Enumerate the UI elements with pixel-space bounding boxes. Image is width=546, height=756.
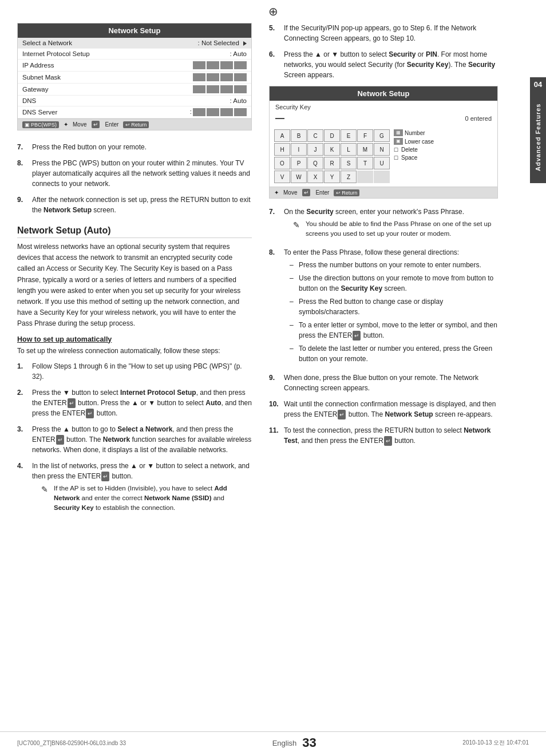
kb-key-D[interactable]: D: [324, 129, 340, 142]
english-label: English: [272, 739, 297, 747]
right-step-8-text: To enter the Pass Phrase, follow these g…: [284, 248, 459, 256]
kb-key-B[interactable]: B: [291, 129, 307, 142]
kb-key-Z[interactable]: Z: [341, 171, 357, 183]
right-step-6: 6. Press the ▲ or ▼ button to select Sec…: [269, 49, 498, 80]
kb-key-H[interactable]: H: [274, 143, 290, 156]
right-step-7-num: 7.: [269, 207, 279, 242]
kb-key-C[interactable]: C: [307, 129, 323, 142]
kb-key-O[interactable]: O: [274, 157, 290, 169]
right-step-7: 7. On the Security screen, enter your ne…: [269, 207, 498, 242]
lowercase-label: Lower case: [405, 138, 434, 145]
kb-key-U[interactable]: U: [374, 157, 390, 169]
kb-key-E[interactable]: E: [341, 129, 357, 142]
kb-key-V[interactable]: V: [274, 171, 290, 183]
right-column: 5. If the Security/PIN pop-up appears, g…: [269, 23, 515, 521]
auto-step-4-note: ✎ If the AP is set to Hidden (Invisible)…: [41, 484, 252, 513]
kb-rows-wrapper: A B C D E F G H I J: [274, 129, 390, 184]
kb-row-4: V W X Y Z: [274, 171, 390, 183]
page-number-area: English 33: [272, 735, 316, 750]
right-step-8-sub-list: Press the number buttons on your remote …: [290, 260, 498, 364]
sub-item-4: To a enter letter or symbol, move to the…: [290, 320, 498, 341]
auto-step-1-content: Follow Steps 1 through 6 in the "How to …: [32, 361, 252, 382]
subsection-body-auto: To set up the wireless connection automa…: [17, 346, 252, 357]
network-row-select-network[interactable]: Select a Network : Not Selected: [18, 38, 251, 49]
network-row-ip-protocol[interactable]: Internet Protocol Setup : Auto: [18, 49, 251, 60]
sub-item-3: Press the Red button to change case or d…: [290, 296, 498, 317]
kb-key-K[interactable]: K: [324, 143, 340, 156]
right-step-6-content: Press the ▲ or ▼ button to select Securi…: [284, 49, 498, 80]
network-row-ip-protocol-value: : Auto: [230, 50, 247, 57]
auto-step-3: 3. Press the ▲ button to go to Select a …: [17, 424, 252, 455]
network-setup-title-1: Network Setup: [18, 23, 251, 38]
kb-option-number[interactable]: ▦ Number: [394, 129, 434, 136]
page-number: 33: [302, 735, 316, 750]
kb-key-W[interactable]: W: [291, 171, 307, 183]
kb-option-delete[interactable]: ☐ Delete: [394, 147, 434, 153]
kb-key-M[interactable]: M: [357, 143, 373, 156]
network-row-subnet-label: Subnet Mask: [22, 74, 61, 81]
kb-key-G[interactable]: G: [374, 129, 390, 142]
auto-step-1-num: 1.: [17, 361, 27, 382]
security-enter-icon: ↵: [302, 189, 310, 196]
kb-key-L[interactable]: L: [341, 143, 357, 156]
sub-item-2: Use the direction buttons on your remote…: [290, 273, 498, 294]
delete-label: Delete: [401, 147, 418, 153]
right-steps-5-6: 5. If the Security/PIN pop-up appears, g…: [269, 23, 498, 80]
pbc-wps-button[interactable]: ▣ PBC(WPS): [22, 121, 59, 128]
enter-label-1: Enter: [105, 121, 118, 128]
sub-item-3-text: Press the Red button to change case or d…: [299, 296, 498, 317]
right-step-10-num: 10.: [269, 399, 279, 419]
network-row-gateway-label: Gateway: [22, 86, 48, 93]
pbc-label: PBC(WPS): [31, 122, 57, 128]
right-step-7-note-text: You should be able to find the Pass Phra…: [306, 219, 498, 239]
right-step-10: 10. Wait until the connection confirmati…: [269, 399, 498, 419]
kb-key-A[interactable]: A: [274, 129, 290, 142]
auto-step-2-content: Press the ▼ button to select Internet Pr…: [32, 387, 252, 418]
kb-key-Y[interactable]: Y: [324, 171, 340, 183]
kb-option-space[interactable]: ☐ Space: [394, 155, 434, 161]
kb-row-1-container: A B C D E F G H I J: [274, 129, 493, 184]
security-setup-box: Network Setup Security Key — 0 entered A…: [269, 86, 498, 199]
auto-steps: 1. Follow Steps 1 through 6 in the "How …: [17, 361, 252, 516]
sub-item-2-text: Use the direction buttons on your remote…: [299, 273, 498, 294]
kb-key-Q[interactable]: Q: [307, 157, 323, 169]
network-row-dns-server: DNS Server :: [18, 106, 251, 118]
kb-key-J[interactable]: J: [307, 143, 323, 156]
auto-step-3-num: 3.: [17, 424, 27, 455]
network-row-select-value: : Not Selected: [198, 39, 247, 46]
right-step-10-content: Wait until the connection confirmation m…: [284, 399, 498, 419]
kb-key-S[interactable]: S: [341, 157, 357, 169]
kb-row-1: A B C D E F G: [274, 129, 390, 142]
enter-icon-inline-8: ↵: [384, 436, 392, 446]
security-return-button: ↩ Return: [334, 189, 359, 196]
step-9-num: 9.: [17, 195, 27, 215]
right-step-7-content: On the Security screen, enter your netwo…: [284, 207, 498, 242]
kb-key-X[interactable]: X: [307, 171, 323, 183]
kb-key-F[interactable]: F: [357, 129, 373, 142]
note-pencil-icon-2: ✎: [293, 219, 302, 239]
kb-option-lowercase[interactable]: ▣ Lower case: [394, 138, 434, 145]
kb-key-T[interactable]: T: [357, 157, 373, 169]
step-8: 8. Press the PBC (WPS) button on your ro…: [17, 158, 252, 189]
space-label: Space: [401, 155, 417, 161]
lowercase-icon: ▣: [394, 138, 403, 145]
kb-key-P[interactable]: P: [291, 157, 307, 169]
kb-key-R[interactable]: R: [324, 157, 340, 169]
security-cursor: —: [275, 113, 284, 124]
right-step-9-content: When done, press the Blue button on your…: [284, 373, 498, 393]
auto-step-4-content: In the list of networks, press the ▲ or …: [32, 461, 252, 516]
sub-item-1-text: Press the number buttons on your remote …: [299, 260, 481, 270]
network-row-dns-server-blocks: :: [190, 108, 247, 116]
security-move-label: Move: [283, 189, 297, 196]
security-enter-label: Enter: [315, 189, 329, 196]
kb-key-N[interactable]: N: [374, 143, 390, 156]
kb-key-I[interactable]: I: [291, 143, 307, 156]
right-step-9: 9. When done, press the Blue button on y…: [269, 373, 498, 393]
right-step-5-content: If the Security/PIN pop-up appears, go t…: [284, 23, 498, 43]
right-step-5-num: 5.: [269, 23, 279, 43]
network-row-gateway: Gateway: [18, 84, 251, 96]
network-row-gateway-blocks: [193, 85, 247, 93]
right-step-7-note: ✎ You should be able to find the Pass Ph…: [293, 219, 498, 239]
network-setup-box-1: Network Setup Select a Network : Not Sel…: [17, 23, 252, 130]
right-step-8-num: 8.: [269, 247, 279, 367]
